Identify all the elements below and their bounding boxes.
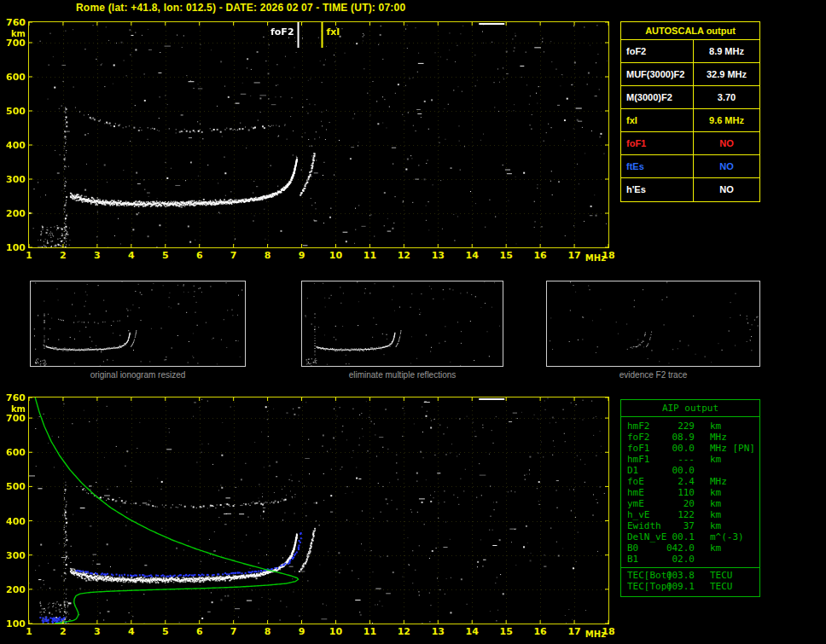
axis-tick-label: 17	[565, 251, 584, 260]
autoscala-row: foF1NO	[621, 132, 759, 155]
aip-row: B102.0	[621, 554, 759, 565]
aip-row: hmF2229km	[621, 421, 759, 432]
axis-tick-label: 11	[360, 251, 379, 260]
aip-output-table: AIP output hmF2229kmfoF208.9MHzfoF100.0M…	[620, 399, 760, 597]
axis-tick-label: 11	[360, 627, 379, 636]
aip-param-extra: [PN]	[733, 443, 756, 454]
aip-row: TEC[Bot]003.8TECU	[621, 570, 759, 581]
autoscala-param-value: 9.6 MHz	[694, 109, 759, 131]
aip-param-unit: km	[710, 542, 721, 554]
aip-param-unit: MHz	[710, 432, 727, 443]
aip-param-name: hmF1	[627, 454, 650, 465]
axis-tick-label: 3	[88, 627, 107, 636]
thumbnail-caption-eliminate-multiples: eliminate multiple reflections	[301, 370, 503, 380]
aip-row: h_vE122km	[621, 509, 759, 520]
axis-tick-label: 500	[2, 482, 26, 491]
axis-tick-label: 400	[2, 141, 26, 150]
aip-table-rows: hmF2229kmfoF208.9MHzfoF100.0MHz[PN]hmF1-…	[621, 421, 759, 592]
axis-tick-label: 16	[531, 627, 550, 636]
thumbnail-original-ionogram-canvas	[31, 281, 245, 366]
x-axis-unit-label: MHz	[585, 253, 613, 263]
axis-tick-label: 16	[531, 251, 550, 260]
aip-param-unit: TECU	[710, 581, 733, 592]
y-axis-unit-label: km	[2, 404, 26, 414]
aip-param-value: 122	[657, 509, 695, 520]
aip-param-unit: km	[710, 509, 721, 520]
aip-row: TEC[Top]009.1TECU	[621, 581, 759, 592]
aip-param-value: 2.4	[657, 476, 695, 487]
autoscala-param-label: h'Es	[621, 178, 694, 201]
axis-tick-label: 4	[122, 251, 141, 260]
aip-param-unit: km	[710, 487, 721, 498]
aip-param-unit: MHz	[710, 443, 727, 454]
autoscala-row: ftEsNO	[621, 155, 759, 178]
aip-row: Ewidth37km	[621, 520, 759, 531]
aip-param-value: 20	[657, 498, 695, 509]
autoscala-row: h'EsNO	[621, 178, 759, 201]
aip-row: foF208.9MHz	[621, 432, 759, 443]
thumbnail-evidence-f2-trace-canvas	[547, 281, 759, 366]
autoscala-row: M(3000)F23.70	[621, 86, 759, 109]
aip-table-title: AIP output	[621, 400, 759, 417]
axis-tick-label: 15	[497, 251, 515, 260]
aip-param-value: 08.9	[657, 432, 695, 443]
aip-param-unit: TECU	[710, 570, 733, 581]
aip-param-name: foF1	[627, 443, 650, 454]
aip-param-name: Ewidth	[627, 520, 661, 531]
axis-tick-label: 15	[497, 627, 515, 636]
axis-tick-label: 8	[259, 251, 277, 260]
axis-tick-label: 760	[2, 18, 26, 27]
autoscala-param-label: foF1	[621, 132, 694, 154]
aip-param-unit: km	[710, 454, 721, 465]
axis-tick-label: 3	[88, 251, 107, 260]
thumbnail-caption-original: original ionogram resized	[30, 370, 246, 380]
aip-param-unit: km	[710, 421, 721, 432]
axis-tick-label: 6	[190, 627, 209, 636]
aip-tec-separator	[621, 567, 759, 568]
autoscala-table-title: AUTOSCALA output	[621, 22, 759, 40]
autoscala-param-value: 32.9 MHz	[694, 63, 759, 85]
autoscala-output-table: AUTOSCALA output foF28.9 MHzMUF(3000)F23…	[620, 21, 760, 202]
aip-param-value: 042.0	[657, 542, 695, 554]
autoscala-row: MUF(3000)F232.9 MHz	[621, 63, 759, 86]
axis-tick-label: 200	[2, 209, 26, 218]
aip-param-name: hmE	[627, 487, 644, 498]
aip-param-unit: km	[710, 520, 721, 531]
thumbnail-eliminate-multiples-canvas	[302, 281, 503, 366]
aip-param-value: 003.8	[657, 570, 695, 581]
aip-param-name: foF2	[627, 432, 650, 443]
aip-row: foF100.0MHz[PN]	[621, 443, 759, 454]
aip-param-unit: MHz	[710, 476, 727, 487]
autoscala-param-label: MUF(3000)F2	[621, 63, 694, 85]
autoscala-param-value: 3.70	[694, 86, 759, 108]
autoscala-param-label: M(3000)F2	[621, 86, 694, 108]
autoscala-param-label: foF2	[621, 40, 694, 62]
axis-tick-label: 14	[462, 251, 481, 260]
thumbnail-evidence-f2-trace	[546, 281, 760, 367]
axis-tick-label: 13	[428, 627, 447, 636]
axis-tick-label: 6	[190, 251, 209, 260]
aip-param-name: D1	[627, 465, 638, 476]
axis-tick-label: 5	[156, 251, 175, 260]
axis-tick-label: 14	[462, 627, 481, 636]
autoscala-param-value: NO	[694, 155, 759, 177]
x-axis-unit-label: MHz	[585, 629, 613, 639]
aip-param-value: 00.0	[657, 443, 695, 454]
axis-tick-label: 12	[394, 627, 413, 636]
axis-tick-label: 500	[2, 107, 26, 116]
axis-tick-label: 400	[2, 517, 26, 526]
axis-tick-label: 10	[326, 627, 345, 636]
axis-tick-label: 4	[122, 627, 141, 636]
axis-tick-label: 300	[2, 551, 26, 560]
autoscala-row: foF28.9 MHz	[621, 40, 759, 63]
thumbnail-original-ionogram	[30, 281, 246, 367]
axis-tick-label: 700	[2, 414, 26, 423]
aip-row: DelN_vE00.1m^(-3)	[621, 531, 759, 542]
scaled-ionogram-canvas	[28, 21, 609, 248]
aip-param-value: 00.0	[657, 465, 695, 476]
aip-param-unit: km	[710, 498, 721, 509]
axis-tick-label: 12	[394, 251, 413, 260]
autoscala-param-value: 8.9 MHz	[694, 40, 759, 62]
aip-param-value: 110	[657, 487, 695, 498]
aip-row: D100.0	[621, 465, 759, 476]
